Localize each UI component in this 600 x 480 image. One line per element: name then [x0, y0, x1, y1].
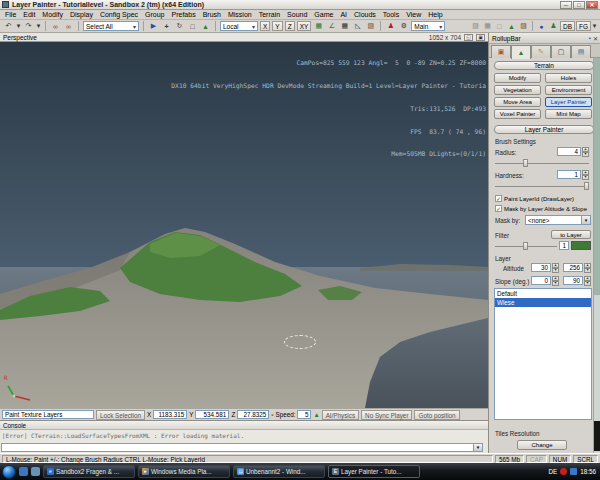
tray-alert-icon[interactable]: [560, 468, 567, 475]
lock-icon[interactable]: ▪: [271, 411, 273, 418]
mask-altitude-checkbox[interactable]: ✓Mask by Layer Altitude & Slope: [495, 205, 587, 212]
taskbar-item-browser[interactable]: e Sandbox2 Fragen & ...: [43, 465, 135, 478]
axis-z-button[interactable]: Z: [285, 21, 295, 31]
menu-ai[interactable]: AI: [340, 11, 347, 18]
ruler-icon[interactable]: ◺: [352, 21, 363, 32]
unlink-icon[interactable]: ∞: [63, 21, 74, 32]
chevron-down-icon[interactable]: ▾: [473, 444, 482, 451]
tab-terrain[interactable]: ▲: [511, 45, 531, 59]
menu-group[interactable]: Group: [145, 11, 164, 18]
menu-file[interactable]: File: [5, 11, 16, 18]
move-tool-icon[interactable]: +: [161, 21, 172, 32]
scale-tool-icon[interactable]: □: [187, 21, 198, 32]
terrain-modify-button[interactable]: Modify: [494, 73, 541, 83]
pin-icon[interactable]: •: [589, 35, 591, 42]
axis-x-button[interactable]: X: [260, 21, 270, 31]
console-input[interactable]: ▾: [1, 443, 483, 452]
slope-max-stepper[interactable]: ▲▼: [584, 276, 591, 285]
layer-list[interactable]: Default Wiese: [494, 288, 592, 420]
menu-help[interactable]: Help: [428, 11, 442, 18]
terrain-environment-button[interactable]: Environment: [545, 85, 592, 95]
menu-modify[interactable]: Modify: [42, 11, 63, 18]
terrain-layer-painter-button[interactable]: Layer Painter: [545, 97, 592, 107]
paint-layerid-checkbox[interactable]: ✓Paint LayerId (DrawLayer): [495, 195, 574, 202]
slope-min-stepper[interactable]: ▲▼: [552, 276, 559, 285]
terrain-tool-icon-3[interactable]: □: [494, 21, 505, 32]
terrain-rollup-header[interactable]: Terrain: [494, 61, 594, 70]
altitude-min-input[interactable]: 30: [531, 263, 551, 272]
close-icon[interactable]: ✕: [593, 35, 598, 42]
menu-game[interactable]: Game: [314, 11, 333, 18]
terrain-snapshot-icon[interactable]: ▲: [313, 411, 319, 418]
coord-space-combo[interactable]: Local ▾: [220, 21, 258, 31]
hardness-input[interactable]: 1: [557, 170, 581, 179]
gear-icon[interactable]: ⚙: [398, 21, 409, 32]
terrain-tool-icon-5[interactable]: ▨: [518, 21, 529, 32]
speed-field[interactable]: 5: [297, 410, 311, 419]
flowgraph-button[interactable]: FG: [576, 21, 591, 31]
tab-objects[interactable]: ▣: [491, 45, 511, 58]
altitude-min-stepper[interactable]: ▲▼: [552, 263, 559, 272]
menu-mission[interactable]: Mission: [228, 11, 252, 18]
terrain-tool-icon-1[interactable]: ▨: [470, 21, 481, 32]
taskbar-item-layer-painter[interactable]: E Layer Painter - Tuto...: [328, 465, 420, 478]
edit-mode-field[interactable]: Paint Texture Layers: [2, 410, 94, 419]
menu-prefabs[interactable]: Prefabs: [172, 11, 196, 18]
quick-launch-icon-2[interactable]: [31, 467, 40, 476]
grid-settings-icon[interactable]: ▦: [339, 21, 350, 32]
taskbar-item-untitled[interactable]: ▤ Unbenannt2 - Wind...: [233, 465, 325, 478]
tab-layers[interactable]: ▤: [571, 45, 591, 58]
change-resolution-button[interactable]: Change: [517, 440, 567, 450]
radius-input[interactable]: 4: [557, 147, 581, 156]
tab-modelling[interactable]: ✎: [531, 45, 551, 58]
viewport-layout-icon[interactable]: ◱: [464, 34, 473, 41]
start-button[interactable]: [2, 465, 16, 479]
filter-to-layer-button[interactable]: to Layer: [551, 230, 591, 239]
filter-slider[interactable]: [495, 242, 557, 250]
menu-terrain[interactable]: Terrain: [259, 11, 280, 18]
altitude-max-input[interactable]: 256: [563, 263, 583, 272]
selection-mask-combo[interactable]: Select All ▾: [83, 21, 139, 31]
taskbar-item-media-player[interactable]: ▸ Windows Media Pla...: [138, 465, 230, 478]
hardness-stepper[interactable]: ▲▼: [582, 170, 589, 179]
menu-edit[interactable]: Edit: [23, 11, 35, 18]
redo-icon[interactable]: ↷: [23, 21, 34, 32]
terrain-tool-icon-4[interactable]: ▲: [506, 21, 517, 32]
hardness-slider[interactable]: [495, 182, 589, 190]
layout-combo[interactable]: Main ▾: [411, 21, 445, 31]
perspective-viewport[interactable]: R CamPos=825 559 123 Angl= 5 0 -89 ZN=0.…: [0, 42, 488, 408]
minimize-button[interactable]: ─: [560, 1, 572, 9]
terrain-voxel-painter-button[interactable]: Voxel Painter: [494, 109, 541, 119]
ai-physics-button[interactable]: AI/Physics: [322, 410, 359, 420]
altitude-max-stepper[interactable]: ▲▼: [584, 263, 591, 272]
terrain-vegetation-button[interactable]: Vegetation: [494, 85, 541, 95]
terrain-holes-button[interactable]: Holes: [545, 73, 592, 83]
follow-terrain-icon[interactable]: ▲: [200, 21, 211, 32]
axis-y-button[interactable]: Y: [272, 21, 282, 31]
menu-view[interactable]: View: [406, 11, 421, 18]
rollupbar-scrollbar[interactable]: [593, 58, 600, 453]
axis-xy-button[interactable]: XY: [297, 21, 312, 31]
slope-min-input[interactable]: 0: [531, 276, 551, 285]
y-coord-field[interactable]: 534.581: [195, 410, 229, 419]
filter-value-input[interactable]: 1: [559, 241, 569, 250]
goto-position-button[interactable]: Goto position: [414, 410, 459, 420]
z-coord-field[interactable]: 27.8325: [237, 410, 269, 419]
menu-config-spec[interactable]: Config Spec: [100, 11, 138, 18]
no-sync-player-button[interactable]: No Sync Player: [361, 410, 412, 420]
radius-stepper[interactable]: ▲▼: [582, 147, 589, 156]
console-header[interactable]: Console: [0, 421, 488, 430]
close-button[interactable]: ✕: [586, 1, 598, 9]
menu-clouds[interactable]: Clouds: [354, 11, 376, 18]
terrain-tool-icon-2[interactable]: ▦: [482, 21, 493, 32]
lock-selection-button[interactable]: Lock Selection: [96, 410, 145, 420]
redo-dropdown-icon[interactable]: ▾: [36, 21, 41, 32]
snap-angle-icon[interactable]: ∠: [326, 21, 337, 32]
menu-tools[interactable]: Tools: [383, 11, 399, 18]
tab-display[interactable]: ▢: [551, 45, 571, 58]
database-view-button[interactable]: DB: [560, 21, 575, 31]
select-tool-icon[interactable]: ▶: [148, 21, 159, 32]
undo-dropdown-icon[interactable]: ▾: [16, 21, 21, 32]
terrain-mini-map-button[interactable]: Mini Map: [545, 109, 592, 119]
language-indicator[interactable]: DE: [548, 468, 557, 475]
